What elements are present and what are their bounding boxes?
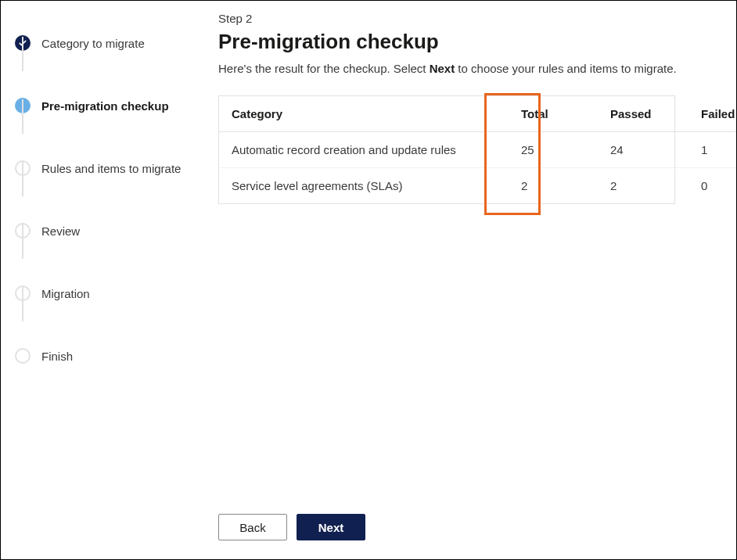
step-indicator: Step 2 [218,12,714,25]
step-connector [22,162,23,196]
step-label: Pre-migration checkup [41,99,169,113]
step-label: Review [41,224,80,238]
description-post: to choose your rules and items to migrat… [458,62,676,75]
col-header-passed: Passed [598,96,688,132]
app-window: Category to migratePre-migration checkup… [0,0,737,560]
step-connector [22,37,23,71]
table-row: Service level agreements (SLAs)220 [219,168,736,204]
step-current-item[interactable]: Pre-migration checkup [15,74,203,137]
step-pending-item: Rules and items to migrate [15,137,203,199]
col-header-failed: Failed [688,96,736,132]
table-row: Automatic record creation and update rul… [219,132,736,168]
description-pre: Here's the result for the checkup. Selec… [218,62,430,75]
cell-passed: 24 [598,132,688,168]
col-header-category: Category [219,96,509,132]
description-keyword: Next [430,62,455,75]
cell-failed: 1 [688,132,736,168]
next-button[interactable]: Next [297,514,365,540]
stepper-sidebar: Category to migratePre-migration checkup… [1,1,203,514]
pending-step-icon [15,348,31,364]
step-pending-item: Migration [15,262,203,325]
cell-total: 2 [509,168,598,204]
cell-category: Automatic record creation and update rul… [219,132,509,168]
step-label: Rules and items to migrate [41,162,181,175]
step-label: Migration [41,287,90,300]
description-text: Here's the result for the checkup. Selec… [218,62,714,75]
page-title: Pre-migration checkup [218,30,714,54]
back-button[interactable]: Back [218,514,287,540]
step-connector [22,99,23,134]
step-label: Category to migrate [41,37,145,50]
results-table: Category Total Passed Failed Automatic r… [219,96,736,203]
step-connector [22,224,23,259]
table-header-row: Category Total Passed Failed [219,96,736,132]
step-connector [22,287,23,321]
cell-passed: 2 [598,168,688,204]
cell-category: Service level agreements (SLAs) [219,168,509,204]
step-pending-item: Finish [15,325,203,387]
cell-failed: 0 [688,168,736,204]
footer-bar: Back Next [1,514,736,559]
main-area: Category to migratePre-migration checkup… [1,1,736,514]
col-header-total: Total [509,96,598,132]
step-label: Finish [41,350,73,363]
cell-total: 25 [509,132,598,168]
results-table-wrap: Category Total Passed Failed Automatic r… [218,95,675,204]
step-pending-item: Review [15,199,203,262]
step-completed-item[interactable]: Category to migrate [15,12,203,74]
results-table-body: Automatic record creation and update rul… [219,132,736,204]
content-pane: Step 2 Pre-migration checkup Here's the … [203,1,736,514]
